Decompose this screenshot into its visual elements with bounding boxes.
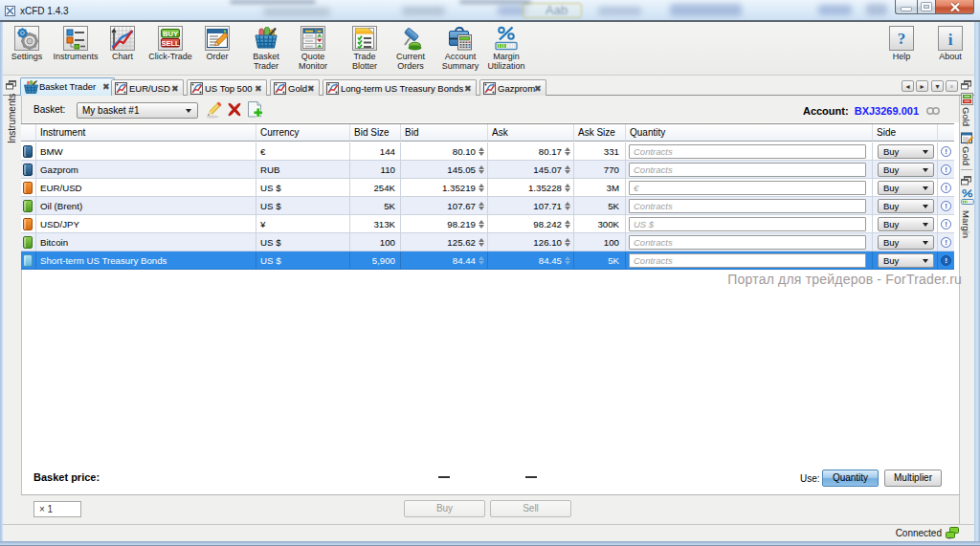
svg-text:BUY: BUY [163,30,178,38]
svg-text:i: i [948,31,953,49]
svg-text:SELL: SELL [161,39,180,48]
svg-text:?: ? [898,30,906,48]
